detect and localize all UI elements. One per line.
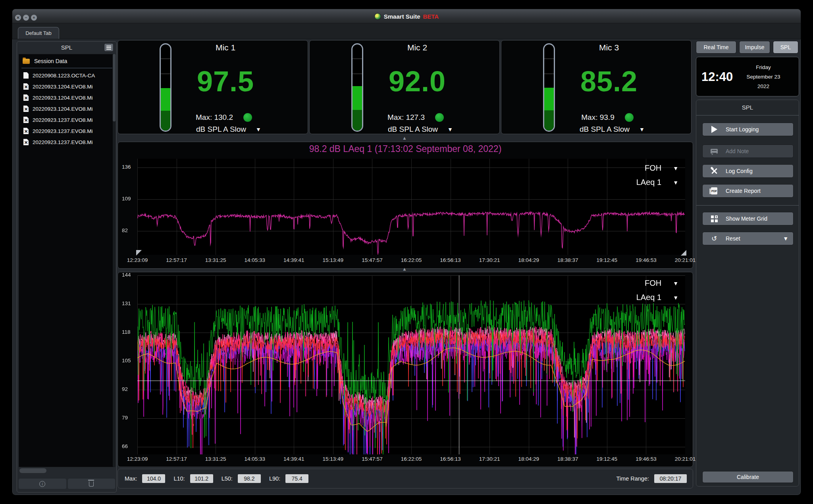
x-tick-label: 19:12:45 — [589, 456, 625, 462]
meter-title: Mic 3 — [501, 43, 691, 52]
folder-icon — [23, 59, 30, 64]
tools-icon — [710, 167, 718, 175]
session-data-label: Session Data — [34, 58, 67, 64]
chevron-down-icon[interactable]: ▼ — [783, 235, 788, 242]
add-note-button[interactable]: Add Note — [702, 144, 794, 158]
meter-max-label: Max: 130.2 — [196, 113, 233, 122]
stat-l50-label: L50: — [222, 475, 233, 482]
collapse-meters-icon[interactable]: ▲ — [402, 135, 407, 141]
log-config-button[interactable]: Log Config — [702, 164, 794, 178]
start-logging-button[interactable]: Start Logging — [702, 123, 794, 136]
stat-max-label: Max: — [125, 475, 137, 482]
x-tick-label: 19:46:53 — [628, 257, 664, 263]
reset-button[interactable]: ↺ Reset ▼ — [702, 232, 794, 245]
file-item[interactable]: ✕20220923.1204.EVO8.Mi — [19, 81, 115, 92]
stat-max-value: 104.0 — [142, 474, 165, 483]
x-tick-label: 12:23:09 — [119, 257, 156, 263]
file-item[interactable]: ✕20220923.1204.EVO8.Mi — [19, 103, 115, 114]
logging-indicator-icon — [625, 113, 634, 122]
divider — [696, 115, 799, 115]
file-item[interactable]: 20220908.1223.OCTA-CA — [19, 70, 115, 81]
calibrate-button[interactable]: Calibrate — [702, 471, 794, 483]
file-item[interactable]: ✕20220923.1237.EVO8.Mi — [19, 114, 115, 125]
tab-real-time[interactable]: Real Time — [696, 41, 736, 54]
tab-spl[interactable]: SPL — [773, 41, 798, 54]
legend-source-selector[interactable]: FOH▼ — [645, 279, 678, 288]
create-report-button[interactable]: Create Report — [702, 184, 794, 198]
y-tick-label: 82 — [122, 227, 137, 233]
meter-title: Mic 1 — [118, 43, 308, 52]
meter-panel-mic1: Mic 1 97.5 Max: 130.2 dB SPL A Slow▼ — [118, 40, 308, 134]
file-name: 20220923.1237.EVO8.Mi — [33, 128, 93, 134]
chevron-down-icon[interactable]: ▼ — [673, 179, 678, 186]
chevron-down-icon[interactable]: ▼ — [447, 126, 453, 133]
resize-handle-right[interactable] — [681, 250, 686, 256]
x-tick-label: 17:30:21 — [471, 257, 508, 263]
y-tick-label: 136 — [122, 164, 137, 170]
chevron-down-icon[interactable]: ▼ — [673, 165, 678, 171]
stat-l90-value: 75.4 — [285, 474, 308, 483]
sidebar-horizontal-scrollbar[interactable] — [19, 468, 46, 473]
tab-impulse[interactable]: Impulse — [739, 41, 770, 54]
session-data-folder[interactable]: Session Data — [19, 54, 115, 68]
clock-day: September 23 — [734, 72, 793, 82]
legend-metric-selector[interactable]: LAeq 1▼ — [636, 178, 678, 187]
chevron-down-icon[interactable]: ▼ — [256, 126, 261, 133]
meter-unit-selector[interactable]: dB SPL A Slow▼ — [118, 125, 308, 134]
meter-title: Mic 2 — [310, 43, 499, 52]
chevron-down-icon[interactable]: ▼ — [673, 280, 678, 287]
note-icon — [711, 149, 718, 154]
y-tick-label: 131 — [122, 300, 137, 306]
mode-tabs: Real Time Impulse SPL — [696, 41, 799, 54]
tab-default[interactable]: Default Tab — [18, 27, 59, 39]
legend-metric-selector[interactable]: LAeq 1▼ — [636, 293, 678, 302]
play-icon — [711, 126, 717, 133]
file-icon — [23, 72, 29, 79]
divider — [21, 68, 112, 68]
file-item[interactable]: ✕20220923.1204.EVO8.Mi — [19, 92, 115, 103]
x-tick-label: 12:57:17 — [158, 456, 195, 462]
meter-panel-mic2: Mic 2 92.0 Max: 127.3 dB SPL A Slow▼ — [309, 40, 500, 134]
chevron-down-icon[interactable]: ▼ — [673, 294, 678, 301]
y-tick-label: 92 — [122, 386, 137, 392]
x-tick-label: 14:39:41 — [275, 456, 312, 462]
chart-cursor-readout: 98.2 dB LAeq 1 (17:13:02 September 08, 2… — [118, 144, 693, 154]
sidebar-vertical-scrollbar[interactable] — [113, 54, 116, 467]
file-item[interactable]: ✕20220923.1237.EVO8.Mi — [19, 137, 115, 148]
sidebar-menu-icon[interactable] — [104, 43, 114, 52]
x-tick-label: 19:12:45 — [589, 257, 625, 263]
meter-unit-selector[interactable]: dB SPL A Slow▼ — [501, 125, 691, 134]
smaart-window: ✕ – + Smaart Suite BETA Default Tab SPL … — [12, 9, 801, 495]
file-info-button[interactable]: i — [19, 479, 66, 489]
desktop-background: ✕ – + Smaart Suite BETA Default Tab SPL … — [0, 0, 813, 504]
file-name: 20220923.1204.EVO8.Mi — [33, 84, 93, 90]
info-icon: i — [39, 481, 45, 487]
resize-handle-left[interactable] — [136, 250, 142, 256]
y-tick-label: 109 — [122, 196, 137, 202]
clock-time: 12:40 — [701, 70, 733, 84]
time-range-value: 08:20:17 — [654, 474, 687, 483]
spl-history-plot[interactable] — [137, 159, 685, 255]
spl-history-chart-panel: 98.2 dB LAeq 1 (17:13:02 September 08, 2… — [118, 142, 693, 269]
x-tick-label: 14:39:41 — [275, 257, 312, 263]
meter-unit-selector[interactable]: dB SPL A Slow▼ — [310, 125, 499, 134]
title-bar[interactable]: ✕ – + Smaart Suite BETA — [12, 9, 801, 23]
file-x-icon: ✕ — [23, 106, 29, 112]
file-x-icon: ✕ — [23, 94, 29, 101]
y-tick-label: 79 — [122, 415, 137, 421]
legend-source-selector[interactable]: FOH▼ — [645, 164, 678, 173]
x-tick-label: 18:04:29 — [511, 257, 547, 263]
spl-log-plot[interactable] — [137, 275, 685, 454]
collapse-chart-icon[interactable]: ▲ — [402, 266, 407, 272]
x-tick-label: 16:22:05 — [393, 456, 430, 462]
meter-max-label: Max: 93.9 — [581, 113, 614, 122]
x-tick-label: 15:13:49 — [315, 257, 351, 263]
chevron-down-icon[interactable]: ▼ — [639, 126, 645, 133]
x-tick-label: 15:47:57 — [354, 257, 390, 263]
show-meter-grid-button[interactable]: Show Meter Grid — [702, 212, 794, 225]
x-tick-label: 14:05:33 — [237, 257, 273, 263]
x-tick-label: 16:22:05 — [393, 257, 430, 263]
file-delete-button[interactable] — [68, 479, 116, 489]
window-title: Smaart Suite BETA — [12, 9, 801, 23]
file-item[interactable]: ✕20220923.1237.EVO8.Mi — [19, 125, 115, 137]
